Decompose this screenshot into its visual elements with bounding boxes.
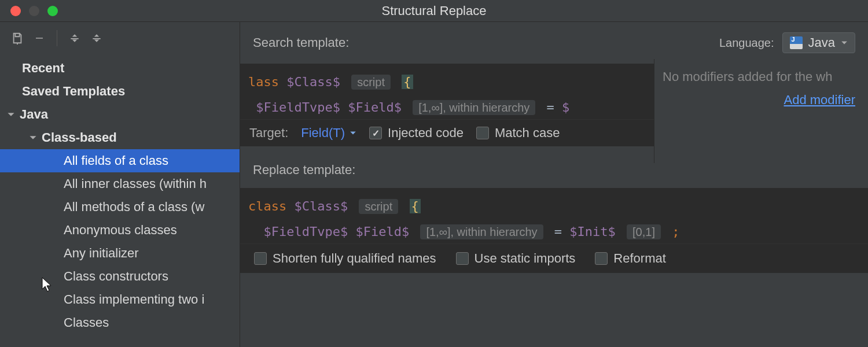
- zoom-window-icon[interactable]: [47, 6, 58, 16]
- code-brace: {: [402, 75, 413, 89]
- window-controls[interactable]: [0, 6, 58, 16]
- tree-item-impl-two[interactable]: Class implementing two i: [0, 288, 240, 311]
- add-modifier-link[interactable]: Add modifier: [663, 93, 868, 108]
- code-keyword: class: [248, 199, 286, 213]
- filter-badge: [1,∞], within hierarchy: [420, 224, 543, 239]
- match-case-checkbox[interactable]: Match case: [476, 125, 560, 141]
- filter-badge: [0,1]: [627, 224, 661, 239]
- tree-item-anonymous[interactable]: Anonymous classes: [0, 219, 240, 242]
- chevron-down-icon: [6, 110, 16, 119]
- checkbox-label: Reformat: [613, 251, 665, 266]
- search-header: Search template: Language: Java: [240, 22, 868, 64]
- save-template-icon[interactable]: [9, 30, 25, 46]
- chevron-down-icon: [28, 134, 38, 142]
- tree-group-label: Java: [20, 107, 48, 122]
- filter-badge: script: [359, 199, 398, 214]
- toolbar-separator: [57, 30, 57, 46]
- code-brace: {: [410, 199, 421, 213]
- checkbox-label: Shorten fully qualified names: [273, 251, 436, 266]
- titlebar: Structural Replace: [0, 0, 868, 22]
- chevron-down-icon: [841, 39, 848, 46]
- language-value: Java: [808, 35, 835, 50]
- tree-item-classes[interactable]: Classes: [0, 311, 240, 334]
- close-window-icon[interactable]: [10, 6, 21, 16]
- target-dropdown[interactable]: Field(T): [301, 125, 356, 141]
- java-file-icon: [790, 36, 803, 49]
- checkbox-icon: [456, 252, 469, 265]
- collapse-all-icon[interactable]: [89, 30, 105, 46]
- code-variable: $Field$: [355, 224, 409, 239]
- code-variable: $Class$: [294, 199, 348, 213]
- filter-badge: [1,∞], within hierarchy: [413, 100, 535, 115]
- code-keyword: lass: [248, 75, 279, 89]
- checkbox-icon: [369, 127, 382, 139]
- expand-all-icon[interactable]: [67, 30, 83, 46]
- code-variable: $FieldTvpe$: [264, 224, 348, 239]
- sidebar-toolbar: [0, 22, 240, 54]
- shorten-names-checkbox[interactable]: Shorten fully qualified names: [254, 251, 436, 266]
- no-modifiers-text: No modifiers added for the wh: [663, 69, 868, 84]
- checkbox-icon: [595, 252, 608, 265]
- tree-item-all-fields[interactable]: All fields of a class: [0, 149, 240, 172]
- target-value: Field(T): [301, 125, 345, 141]
- templates-sidebar: Recent Saved Templates Java Class-based …: [0, 22, 240, 347]
- static-imports-checkbox[interactable]: Use static imports: [456, 251, 576, 266]
- templates-tree[interactable]: Recent Saved Templates Java Class-based …: [0, 54, 240, 347]
- tree-item-all-inner[interactable]: All inner classes (within h: [0, 172, 240, 195]
- minimize-window-icon[interactable]: [29, 6, 39, 16]
- code-operator: =: [547, 100, 554, 115]
- code-variable: $Init$: [569, 224, 615, 239]
- modifiers-panel: No modifiers added for the wh Add modifi…: [654, 59, 868, 163]
- replace-options-row: Shorten fully qualified names Use static…: [240, 243, 868, 273]
- code-semicolon: ;: [672, 224, 679, 239]
- injected-code-checkbox[interactable]: Injected code: [369, 125, 464, 141]
- reformat-checkbox[interactable]: Reformat: [595, 251, 665, 266]
- tree-group-java[interactable]: Java: [0, 103, 240, 126]
- filter-badge: script: [351, 75, 391, 90]
- remove-template-icon[interactable]: [31, 30, 47, 46]
- code-variable: $FieldTvpe$: [256, 100, 340, 115]
- tree-group-saved[interactable]: Saved Templates: [0, 80, 240, 103]
- tree-item-all-methods[interactable]: All methods of a class (w: [0, 195, 240, 219]
- checkbox-label: Match case: [495, 125, 560, 141]
- code-variable: $: [562, 100, 569, 115]
- language-label: Language:: [719, 36, 774, 50]
- checkbox-icon: [476, 127, 489, 139]
- checkbox-label: Use static imports: [475, 251, 576, 266]
- tree-group-label: Class-based: [42, 130, 117, 145]
- language-selector: Language: Java: [719, 32, 855, 53]
- code-variable: $Class$: [286, 75, 340, 89]
- search-template-label: Search template:: [253, 35, 349, 50]
- chevron-down-icon: [350, 130, 356, 136]
- tree-item-any-init[interactable]: Any initializer: [0, 242, 240, 265]
- replace-template-editor[interactable]: class $Class$ script { $FieldTvpe$ $Fiel…: [240, 188, 868, 243]
- code-operator: =: [554, 224, 562, 239]
- checkbox-label: Injected code: [388, 125, 464, 141]
- editor-pane: Search template: Language: Java lass $Cl…: [240, 22, 868, 347]
- window-title: Structural Replace: [0, 3, 868, 19]
- tree-group-class-based[interactable]: Class-based: [0, 126, 240, 149]
- code-variable: $Field$: [348, 100, 402, 115]
- target-label: Target:: [249, 125, 288, 141]
- checkbox-icon: [254, 252, 267, 265]
- language-dropdown[interactable]: Java: [782, 32, 855, 53]
- tree-group-recent[interactable]: Recent: [0, 57, 240, 80]
- tree-item-constructors[interactable]: Class constructors: [0, 265, 240, 288]
